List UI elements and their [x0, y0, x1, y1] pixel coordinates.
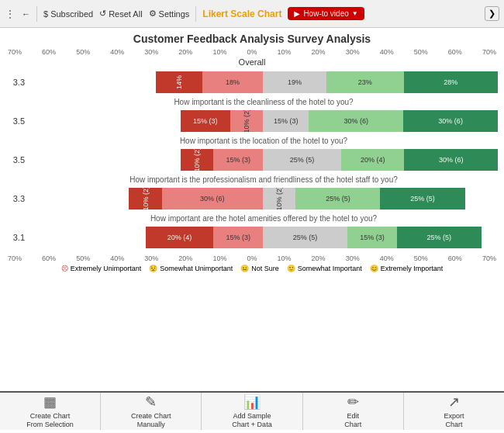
add-sample-label: Add SampleChart + Data: [232, 412, 271, 429]
seg-dark-red-amenities: 20% (4): [146, 227, 214, 248]
legend-icon-eu: ☹: [61, 265, 68, 272]
seg-label: 10% (2): [275, 188, 283, 210]
edit-chart-button[interactable]: ✏ EditChart: [303, 393, 404, 430]
seg-dark-green-professionalism: 25% (5): [380, 188, 464, 210]
question-cleanliness: How important is the cleanliness of the …: [29, 98, 498, 106]
create-from-selection-icon: ▦: [43, 393, 57, 410]
seg-dark-green-overall: 28%: [404, 71, 498, 93]
bar-left-professionalism: 10% (2) 30% (6): [28, 188, 263, 210]
seg-dark-red-cleanliness: 15% (3): [181, 110, 230, 132]
score-professionalism: 3.3: [6, 194, 28, 203]
edit-chart-icon: ✏: [347, 393, 359, 410]
legend-label-eu: Extremely Unimportant: [71, 265, 142, 272]
seg-gray-cleanliness: 15% (3): [263, 110, 309, 132]
legend-label-su: Somewhat Unimportant: [160, 265, 233, 272]
settings-icon: ⚙: [149, 9, 157, 19]
legend-label-ns: Not Sure: [251, 265, 279, 272]
bar-row-amenities: 3.1 20% (4) 15% (3) 25% (5) 15% (3) 25% …: [6, 223, 498, 251]
seg-light-red-cleanliness: 10% (2): [230, 110, 263, 132]
seg-dark-red-professionalism: 10% (2): [129, 188, 161, 210]
bar-row-location: 3.5 10% (2) 15% (3) 25% (5) 20% (4) 30%: [6, 146, 498, 174]
youtube-button[interactable]: ▶ How-to video ▼: [288, 7, 364, 20]
bar-halves-cleanliness: 15% (3) 10% (2) 15% (3) 30% (6) 30% (6): [28, 110, 498, 132]
bar-right-amenities: 25% (5) 15% (3) 25% (5): [263, 227, 498, 248]
bar-right-cleanliness: 15% (3) 30% (6) 30% (6): [263, 110, 498, 132]
chart-type-title: Likert Scale Chart: [202, 9, 281, 19]
bar-area-cleanliness: 15% (3) 10% (2) 15% (3) 30% (6) 30% (6): [28, 107, 498, 135]
section-cleanliness: How important is the cleanliness of the …: [6, 98, 498, 135]
reset-button[interactable]: ↺ Reset All: [99, 9, 142, 19]
question-professionalism: How important is the professionalism and…: [29, 175, 498, 184]
seg-light-red-location: 15% (3): [213, 149, 263, 171]
seg-light-green-amenities: 15% (3): [347, 227, 397, 248]
separator-2: [195, 6, 196, 22]
bar-left-overall: 14% 18%: [28, 71, 263, 93]
settings-button[interactable]: ⚙ Settings: [149, 9, 190, 19]
legend-extremely-unimportant: ☹ Extremely Unimportant: [61, 265, 142, 272]
seg-light-green-location: 20% (4): [341, 149, 404, 171]
export-chart-icon: ↗: [448, 393, 460, 410]
add-sample-button[interactable]: 📊 Add SampleChart + Data: [202, 393, 302, 430]
edit-chart-label: EditChart: [344, 412, 361, 429]
grip-icon: ⋮: [5, 8, 16, 20]
axis-top: 70%60% 50%40% 30%20% 10%0% 10%20% 30%40%…: [6, 48, 498, 56]
section-amenities: How important are the hotel amenities of…: [6, 214, 498, 251]
seg-dark-green-cleanliness: 30% (6): [403, 110, 498, 132]
dropdown-arrow-icon: ▼: [352, 10, 358, 17]
bar-right-location: 25% (5) 20% (4) 30% (6): [263, 149, 498, 171]
legend-icon-su: 😟: [149, 265, 157, 272]
chart-area: Customer Feedback Analysis Survey Analys…: [0, 28, 504, 391]
chart-legend: ☹ Extremely Unimportant 😟 Somewhat Unimp…: [6, 265, 498, 272]
export-chart-label: ExportChart: [444, 412, 464, 429]
back-button[interactable]: ←: [22, 9, 30, 19]
legend-somewhat-unimportant: 😟 Somewhat Unimportant: [149, 265, 233, 272]
expand-icon: ❯: [488, 9, 495, 18]
bar-right-professionalism: 10% (2) 25% (5) 25% (5): [263, 188, 498, 210]
create-manually-icon: ✎: [145, 393, 157, 410]
subscribed-button[interactable]: $ Subscribed: [43, 9, 93, 19]
bar-area-location: 10% (2) 15% (3) 25% (5) 20% (4) 30% (6): [28, 146, 498, 174]
seg-dark-red-location: 10% (2): [181, 149, 213, 171]
legend-icon-ei: 😊: [370, 265, 378, 272]
bar-left-cleanliness: 15% (3) 10% (2): [28, 110, 263, 132]
legend-somewhat-important: 🙂 Somewhat Important: [287, 265, 362, 272]
seg-light-green-professionalism: 25% (5): [295, 188, 380, 210]
seg-gray-amenities: 25% (5): [263, 227, 347, 248]
seg-light-red-professionalism: 30% (6): [162, 188, 263, 210]
bar-area-amenities: 20% (4) 15% (3) 25% (5) 15% (3) 25% (5): [28, 223, 498, 251]
legend-extremely-important: 😊 Extremely Important: [370, 265, 444, 272]
seg-gray-overall: 19%: [263, 71, 326, 93]
chart-rows: Overall 3.3 14% 18% 19% 23%: [6, 57, 498, 253]
seg-dark-green-location: 30% (6): [404, 149, 498, 171]
create-from-selection-button[interactable]: ▦ Create ChartFrom Selection: [0, 393, 101, 430]
add-sample-icon: 📊: [243, 393, 261, 410]
legend-label-si: Somewhat Important: [298, 265, 362, 272]
top-toolbar: ⋮ ← $ Subscribed ↺ Reset All ⚙ Settings …: [0, 0, 504, 28]
reset-icon: ↺: [99, 9, 106, 19]
expand-button[interactable]: ❯: [485, 6, 499, 21]
bar-left-location: 10% (2) 15% (3): [28, 149, 263, 171]
question-amenities: How important are the hotel amenities of…: [29, 214, 498, 223]
bar-row-overall: 3.3 14% 18% 19% 23% 28%: [6, 68, 498, 96]
bar-halves-overall: 14% 18% 19% 23% 28%: [28, 71, 498, 93]
seg-label: 10% (2): [142, 188, 150, 210]
export-chart-button[interactable]: ↗ ExportChart: [404, 393, 504, 430]
seg-label: 10% (2): [193, 149, 201, 171]
create-manually-button[interactable]: ✎ Create ChartManually: [101, 393, 202, 430]
bar-row-cleanliness: 3.5 15% (3) 10% (2) 15% (3) 30% (6) 30%: [6, 107, 498, 135]
seg-dark-green-amenities: 25% (5): [397, 227, 482, 248]
seg-light-red-overall: 18%: [202, 71, 263, 93]
youtube-icon: ▶: [294, 9, 300, 18]
legend-icon-ns: 😐: [240, 265, 249, 272]
bar-left-amenities: 20% (4) 15% (3): [28, 227, 263, 248]
score-location: 3.5: [6, 155, 28, 165]
axis-bottom: 70%60% 50%40% 30%20% 10%0% 10%20% 30%40%…: [6, 255, 498, 262]
chart-title: Customer Feedback Analysis Survey Analys…: [6, 33, 498, 45]
legend-label-ei: Extremely Important: [381, 265, 444, 272]
seg-light-green-cleanliness: 30% (6): [309, 110, 403, 132]
bar-halves-professionalism: 10% (2) 30% (6) 10% (2) 25% (5) 25% (5): [28, 188, 498, 210]
create-from-selection-label: Create ChartFrom Selection: [26, 412, 74, 429]
section-overall: Overall 3.3 14% 18% 19% 23%: [6, 57, 498, 96]
question-location: How important is the location of the hot…: [29, 137, 498, 145]
bar-halves-amenities: 20% (4) 15% (3) 25% (5) 15% (3) 25% (5): [28, 227, 498, 248]
